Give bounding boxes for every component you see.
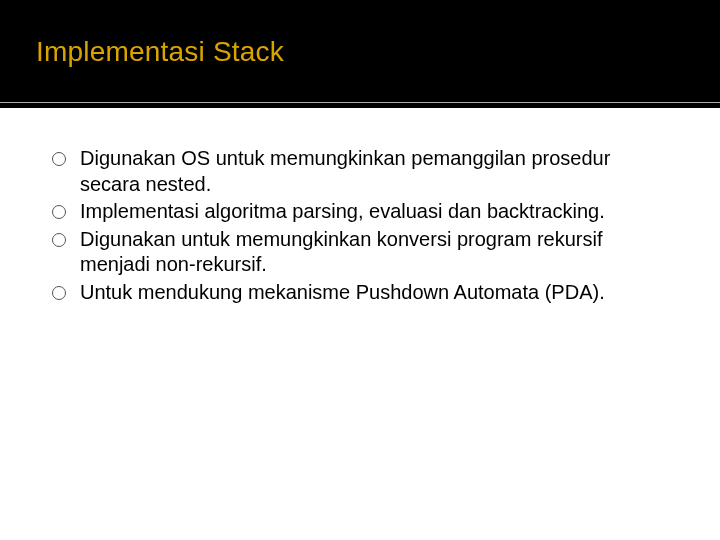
list-item: Implementasi algoritma parsing, evaluasi… [52,199,668,225]
circle-bullet-icon [52,205,66,219]
bullet-list: Digunakan OS untuk memungkinkan pemanggi… [52,146,668,306]
bullet-text: Digunakan OS untuk memungkinkan pemanggi… [80,146,668,197]
list-item: Digunakan untuk memungkinkan konversi pr… [52,227,668,278]
slide-body: Digunakan OS untuk memungkinkan pemanggi… [0,108,720,306]
slide: Implementasi Stack Digunakan OS untuk me… [0,0,720,540]
title-underline [0,102,720,103]
bullet-text: Implementasi algoritma parsing, evaluasi… [80,199,668,225]
circle-bullet-icon [52,286,66,300]
bullet-text: Untuk mendukung mekanisme Pushdown Autom… [80,280,668,306]
list-item: Untuk mendukung mekanisme Pushdown Autom… [52,280,668,306]
title-bar: Implementasi Stack [0,0,720,108]
bullet-text: Digunakan untuk memungkinkan konversi pr… [80,227,668,278]
slide-title: Implementasi Stack [36,36,284,68]
list-item: Digunakan OS untuk memungkinkan pemanggi… [52,146,668,197]
circle-bullet-icon [52,233,66,247]
circle-bullet-icon [52,152,66,166]
